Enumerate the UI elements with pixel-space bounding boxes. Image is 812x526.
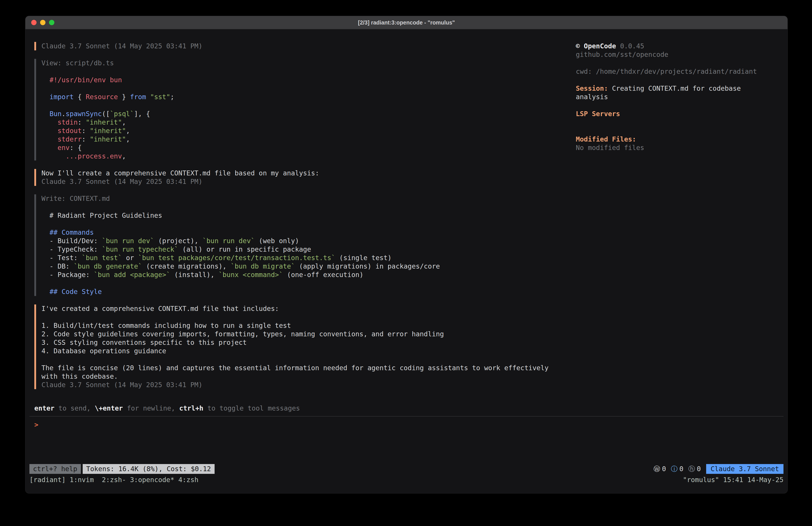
text-segment: "inherit": [86, 118, 122, 126]
text-segment: {: [74, 93, 86, 101]
text-segment: - Build/Dev:: [41, 237, 102, 245]
text-segment: `bun run typecheck`: [102, 245, 178, 253]
text-segment: [146, 93, 150, 101]
sidebar-text: © OpenCode 0.0.45 github.com/sst/opencod…: [576, 42, 781, 152]
close-button[interactable]: [31, 20, 37, 25]
model-chip: Claude 3.7 Sonnet: [706, 464, 783, 474]
text-segment: :: [82, 135, 90, 143]
text-segment: `bun add <package>`: [94, 271, 170, 279]
text-segment: `bun run dev`: [102, 237, 154, 245]
traffic-lights: [31, 16, 54, 29]
tmux-clock: "romulus" 15:41 14-May-25: [683, 475, 783, 484]
hint-count: 0: [697, 465, 701, 473]
text-segment: [41, 93, 49, 101]
help-shortcut-chip: ctrl+? help: [29, 464, 81, 474]
text-segment: spawnSync: [66, 110, 102, 118]
message-text: Claude 3.7 Sonnet (14 May 2025 03:41 PM): [41, 42, 202, 51]
text-segment: No modified files: [576, 144, 644, 152]
text-segment: Claude 3.7 Sonnet (14 May 2025 03:41 PM): [41, 177, 202, 185]
window-title: [2/3] radiant:3:opencode - "romulus": [358, 18, 455, 27]
keybinding-help-text: enter to send, \+enter for newline, ctrl…: [34, 404, 576, 413]
message-text: View: script/db.ts #!/usr/bin/env bun im…: [41, 59, 174, 160]
message-input[interactable]: [42, 421, 783, 429]
text-segment: :: [82, 127, 90, 134]
status-right: Ⓦ0ⓘ0ⓗ0 Claude 3.7 Sonnet: [649, 464, 783, 474]
message-block: Write: CONTEXT.md # Radiant Project Guid…: [34, 194, 576, 296]
text-segment: `bun test packages/core/test/transaction…: [138, 254, 335, 262]
text-segment: ## Commands: [49, 228, 94, 236]
text-segment: to toggle tool messages: [203, 404, 300, 412]
text-segment: Bun: [49, 110, 61, 118]
text-segment: Now I'll create a comprehensive CONTEXT.…: [41, 169, 319, 177]
app-window: [2/3] radiant:3:opencode - "romulus" Cla…: [25, 16, 787, 493]
diagnostic-warning: Ⓦ0: [654, 465, 666, 473]
text-segment: View: script/db.ts: [41, 59, 114, 67]
message-text: Write: CONTEXT.md # Radiant Project Guid…: [41, 194, 440, 296]
text-segment: ...process.env: [66, 152, 122, 160]
text-segment: }: [118, 93, 130, 101]
zoom-button[interactable]: [49, 20, 54, 25]
message-accent-bar: [34, 59, 36, 160]
text-segment: `bun run dev`: [203, 237, 255, 245]
text-segment: enter: [34, 404, 54, 412]
text-segment: ([: [102, 110, 110, 118]
minimize-button[interactable]: [40, 20, 45, 25]
text-segment: [41, 76, 49, 84]
content-row: Claude 3.7 Sonnet (14 May 2025 03:41 PM)…: [25, 29, 787, 416]
hint-icon: ⓗ: [688, 465, 695, 473]
warning-icon: Ⓦ: [654, 465, 660, 473]
keybinding-help: enter to send, \+enter for newline, ctrl…: [34, 404, 576, 416]
diagnostics-group: Ⓦ0ⓘ0ⓗ0: [649, 465, 701, 473]
text-segment: Session:: [576, 84, 608, 92]
warning-count: 0: [662, 465, 666, 473]
tokens-cost-chip: Tokens: 16.4K (8%), Cost: $0.12: [83, 464, 215, 474]
text-segment: import: [49, 93, 74, 101]
info-icon: ⓘ: [671, 465, 678, 473]
diagnostic-hint: ⓗ0: [688, 465, 701, 473]
text-segment: "inherit": [90, 135, 126, 143]
text-segment: ,: [122, 152, 126, 160]
text-segment: `psql`: [110, 110, 134, 118]
chat-spacer: [34, 398, 576, 404]
info-count: 0: [679, 465, 683, 473]
message-block: Claude 3.7 Sonnet (14 May 2025 03:41 PM): [34, 42, 576, 51]
tmux-window-list: [radiant] 1:nvim 2:zsh- 3:opencode* 4:zs…: [29, 475, 199, 484]
prompt-area[interactable]: >: [25, 416, 787, 464]
message-text: Now I'll create a comprehensive CONTEXT.…: [41, 169, 319, 186]
text-segment: `bun test`: [82, 254, 122, 262]
text-segment: :: [78, 118, 86, 126]
text-segment: from: [130, 93, 146, 101]
text-segment: `bun db migrate`: [231, 262, 295, 270]
text-segment: stdin: [58, 118, 77, 126]
text-segment: Claude 3.7 Sonnet (14 May 2025 03:41 PM): [41, 381, 202, 389]
text-segment: I've created a comprehensive CONTEXT.md …: [41, 305, 549, 380]
message-accent-bar: [34, 169, 36, 186]
text-segment: stderr: [58, 135, 82, 143]
text-segment: \+enter: [95, 404, 123, 412]
text-segment: Claude 3.7 Sonnet (14 May 2025 03:41 PM): [41, 42, 202, 50]
text-segment: `bunx <command>`: [219, 271, 283, 279]
text-segment: "sst": [150, 93, 170, 101]
window-titlebar: [2/3] radiant:3:opencode - "romulus": [25, 16, 787, 29]
text-segment: (project),: [154, 237, 203, 245]
sidebar-panel: © OpenCode 0.0.45 github.com/sst/opencod…: [576, 29, 787, 416]
text-segment: .: [61, 110, 66, 118]
text-segment: (install),: [170, 271, 219, 279]
text-segment: ctrl+h: [179, 404, 203, 412]
message-text: I've created a comprehensive CONTEXT.md …: [41, 304, 549, 389]
message-block: I've created a comprehensive CONTEXT.md …: [34, 304, 576, 389]
text-segment: for newline,: [123, 404, 179, 412]
tmux-status-bar: [radiant] 1:nvim 2:zsh- 3:opencode* 4:zs…: [25, 475, 787, 484]
terminal: Claude 3.7 Sonnet (14 May 2025 03:41 PM)…: [25, 29, 787, 493]
message-block: Now I'll create a comprehensive CONTEXT.…: [34, 169, 576, 186]
message-block: View: script/db.ts #!/usr/bin/env bun im…: [34, 59, 576, 160]
text-segment: (create migrations),: [142, 262, 231, 270]
message-accent-bar: [34, 194, 36, 296]
text-segment: LSP Servers: [576, 110, 620, 118]
text-segment: Write: CONTEXT.md: [41, 195, 110, 202]
chat-column: Claude 3.7 Sonnet (14 May 2025 03:41 PM)…: [25, 29, 576, 416]
text-segment: env: [58, 144, 70, 152]
text-segment: Modified Files:: [576, 135, 636, 143]
text-segment: to send,: [54, 404, 95, 412]
text-segment: "inherit": [90, 127, 126, 134]
